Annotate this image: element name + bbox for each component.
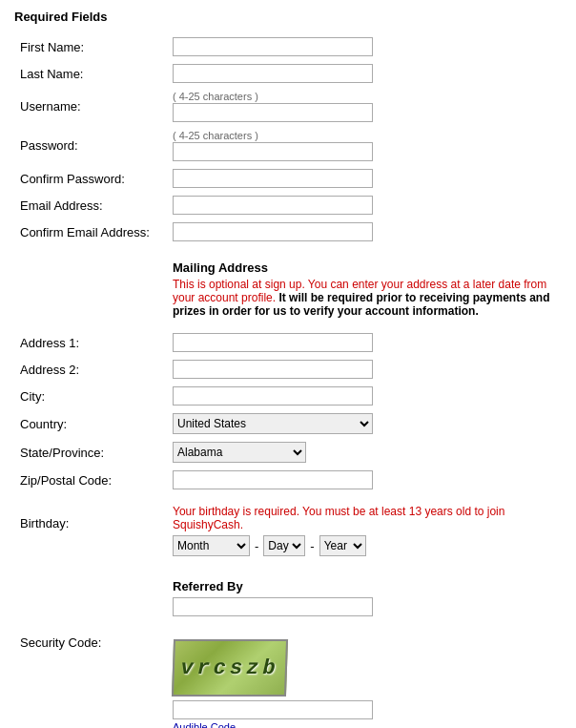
state-label: State/Province: xyxy=(20,446,104,460)
country-label: Country: xyxy=(20,417,67,431)
state-select[interactable]: Alabama Alaska Arizona Arkansas Californ… xyxy=(173,442,306,463)
mailing-address-title: Mailing Address xyxy=(173,260,556,275)
last-name-label: Last Name: xyxy=(20,67,83,81)
email-label: Email Address: xyxy=(20,198,103,213)
birthday-note: Your birthday is required. You must be a… xyxy=(173,505,556,531)
captcha-input[interactable] xyxy=(173,700,373,719)
captcha-image: vrcszb xyxy=(172,639,288,697)
confirm-email-input[interactable] xyxy=(173,222,373,241)
day-year-dash: - xyxy=(310,539,314,553)
address2-input[interactable] xyxy=(173,360,373,379)
referred-input[interactable] xyxy=(173,597,373,616)
city-input[interactable] xyxy=(173,386,373,406)
birthday-day-select[interactable]: Day 1234 5678 910 xyxy=(263,535,305,556)
password-input[interactable] xyxy=(173,142,373,161)
confirm-password-label: Confirm Password: xyxy=(20,172,125,186)
month-day-dash: - xyxy=(255,539,258,553)
address2-label: Address 2: xyxy=(20,363,79,377)
city-label: City: xyxy=(20,389,45,404)
address1-input[interactable] xyxy=(173,333,373,352)
email-input[interactable] xyxy=(173,196,373,215)
confirm-password-input[interactable] xyxy=(173,169,373,188)
birthday-year-select[interactable]: Year 2010200019901980 xyxy=(319,535,366,556)
confirm-email-label: Confirm Email Address: xyxy=(20,225,150,239)
last-name-input[interactable] xyxy=(173,64,373,83)
zip-label: Zip/Postal Code: xyxy=(20,473,112,488)
referred-title: Referred By xyxy=(173,579,556,593)
password-label: Password: xyxy=(20,138,78,153)
password-hint: ( 4-25 characters ) xyxy=(173,130,556,141)
birthday-label: Birthday: xyxy=(20,516,69,530)
first-name-label: First Name: xyxy=(20,40,84,54)
required-fields-title: Required Fields xyxy=(14,10,562,24)
security-code-label: Security Code: xyxy=(20,635,101,650)
username-label: Username: xyxy=(20,99,81,114)
first-name-input[interactable] xyxy=(173,37,373,56)
audible-code-link[interactable]: Audible Code xyxy=(173,721,556,728)
zip-input[interactable] xyxy=(173,470,373,489)
username-input[interactable] xyxy=(173,103,373,122)
birthday-month-select[interactable]: Month JanuaryFebruaryMarch AprilMayJune … xyxy=(173,535,250,556)
country-select[interactable]: United States Canada United Kingdom Aust… xyxy=(173,413,373,434)
address1-label: Address 1: xyxy=(20,336,79,350)
username-hint: ( 4-25 characters ) xyxy=(173,91,556,102)
